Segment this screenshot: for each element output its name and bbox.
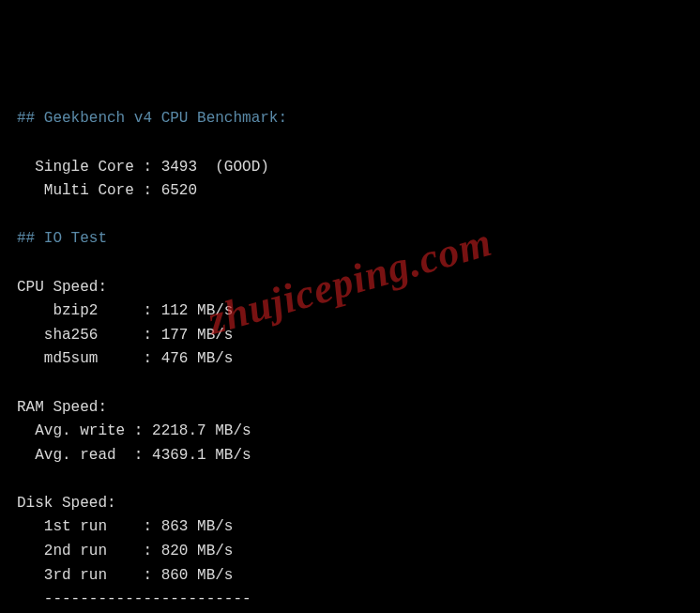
cpu-speed-header: CPU Speed:	[17, 279, 107, 296]
disk-run2-line: 2nd run : 820 MB/s	[17, 543, 233, 559]
ram-write-line: Avg. write : 2218.7 MB/s	[17, 422, 251, 439]
disk-divider-line: -----------------------	[17, 590, 251, 607]
disk-run1-line: 1st run : 863 MB/s	[17, 518, 233, 535]
terminal-output: ## Geekbench v4 CPU Benchmark: Single Co…	[17, 107, 683, 613]
single-core-line: Single Core : 3493 (GOOD)	[17, 159, 269, 176]
disk-speed-header: Disk Speed:	[17, 495, 116, 512]
io-test-header: ## IO Test	[17, 230, 107, 247]
cpu-sha256-line: sha256 : 177 MB/s	[17, 327, 233, 344]
geekbench-header: ## Geekbench v4 CPU Benchmark:	[17, 110, 287, 127]
cpu-bzip2-line: bzip2 : 112 MB/s	[17, 302, 233, 319]
cpu-md5sum-line: md5sum : 476 MB/s	[17, 350, 233, 367]
ram-read-line: Avg. read : 4369.1 MB/s	[17, 447, 251, 464]
ram-speed-header: RAM Speed:	[17, 399, 107, 416]
multi-core-line: Multi Core : 6520	[17, 182, 197, 199]
disk-run3-line: 3rd run : 860 MB/s	[17, 567, 233, 584]
